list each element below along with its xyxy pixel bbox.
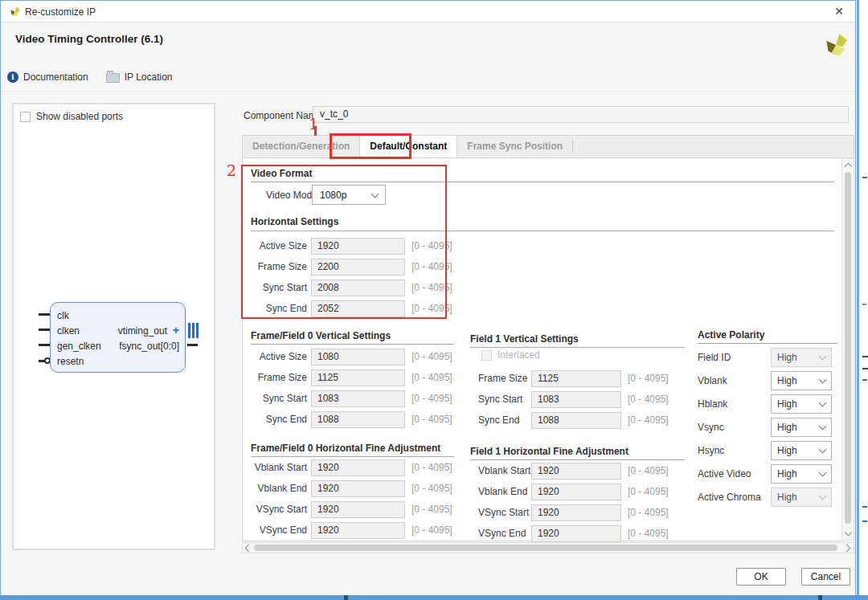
checkbox[interactable] — [20, 112, 31, 122]
field-label: VSync End — [470, 528, 531, 539]
range-hint: [0 - 4095] — [411, 483, 452, 494]
polarity-value: High — [777, 375, 797, 386]
polarity-row: Active VideoHigh — [698, 462, 832, 485]
show-disabled-ports[interactable]: Show disabled ports — [20, 111, 123, 122]
tab-divider — [572, 140, 573, 153]
field-input: 1920 — [531, 525, 621, 542]
field-input: 1920 — [531, 463, 621, 480]
range-hint: [0 - 4095] — [628, 528, 669, 539]
title-bar: Re-customize IP ✕ — [1, 1, 855, 22]
f0-vertical-rows: Active Size1080[0 - 4095]Frame Size1125[… — [251, 346, 452, 430]
ip-location-label: IP Location — [125, 71, 173, 83]
polarity-value: High — [777, 445, 797, 456]
chevron-down-icon — [819, 492, 827, 500]
field-label: Vblank End — [251, 483, 307, 494]
field-label: Vblank Start — [251, 462, 307, 473]
range-hint: [0 - 4095] — [411, 372, 452, 383]
vertical-scrollbar[interactable] — [841, 158, 854, 541]
polarity-label: Active Video — [698, 468, 765, 480]
polarity-value: High — [777, 468, 797, 480]
polarity-select[interactable]: High — [771, 441, 832, 460]
polarity-label: Vsync — [698, 422, 765, 433]
field-label: Sync Start — [470, 394, 531, 405]
field-label: VSync Start — [251, 504, 307, 515]
interlaced-label: Interlaced — [497, 349, 540, 361]
folder-icon — [106, 73, 120, 83]
polarity-label: Hsync — [698, 445, 765, 456]
port-clk: clk — [57, 309, 69, 322]
close-icon[interactable]: ✕ — [834, 5, 844, 18]
polarity-label: Field ID — [698, 352, 765, 363]
annotation-step2: 2 — [227, 161, 236, 179]
polarity-row: Field IDHigh — [698, 345, 832, 369]
polarity-row: Active ChromaHigh — [698, 485, 832, 508]
field-row: Sync End1088[0 - 4095] — [251, 409, 452, 430]
xilinx-logo — [822, 31, 850, 59]
ip-symbol-panel: Show disabled ports clk clken gen_clken … — [12, 103, 215, 550]
range-hint: [0 - 4095] — [628, 486, 669, 497]
chevron-down-icon — [819, 468, 827, 476]
interlaced-checkbox-row: Interlaced — [481, 349, 540, 361]
field-input: 1125 — [531, 370, 621, 387]
cancel-button[interactable]: Cancel — [801, 568, 850, 586]
annotation-step1: 1 — [309, 115, 318, 133]
polarity-select[interactable]: High — [771, 464, 832, 484]
background-window-edge — [857, 0, 868, 595]
field-label: Active Size — [251, 351, 307, 362]
background-artifact — [862, 368, 868, 369]
scroll-up-icon[interactable] — [845, 163, 853, 171]
ip-location-link[interactable]: IP Location — [106, 71, 173, 83]
vertical-scroll-thumb[interactable] — [845, 172, 851, 524]
annotation-box-tab — [330, 133, 411, 159]
polarity-row: HsyncHigh — [698, 439, 832, 462]
f1-vertical-title: Field 1 Vertical Settings — [470, 333, 579, 345]
field-label: VSync Start — [470, 507, 531, 518]
range-hint: [0 - 4095] — [628, 373, 669, 384]
port-stub-clk — [39, 313, 50, 316]
port-vtiming-out: vtiming_out — [118, 324, 167, 337]
range-hint: [0 - 4095] — [411, 524, 452, 536]
range-hint: [0 - 4095] — [628, 465, 669, 476]
xilinx-icon — [9, 6, 21, 18]
range-hint: [0 - 4095] — [411, 414, 452, 425]
polarity-select[interactable]: High — [771, 371, 832, 390]
ok-button[interactable]: OK — [736, 568, 786, 586]
port-resetn: resetn — [57, 355, 84, 368]
horizontal-scroll-thumb[interactable] — [254, 545, 837, 551]
expand-plus-icon[interactable]: + — [173, 324, 179, 337]
port-gen-clken: gen_clken — [57, 340, 101, 353]
tab-frame-sync-position[interactable]: Frame Sync Position — [457, 136, 572, 157]
f0-fine-title: Frame/Field 0 Horizontal Fine Adjustment — [251, 443, 440, 454]
field-label: Sync End — [251, 414, 307, 425]
horizontal-scrollbar[interactable] — [242, 542, 854, 553]
component-name-input[interactable]: v_tc_0 — [313, 106, 849, 123]
field-row: VSync Start1920[0 - 4095] — [251, 499, 452, 520]
field-row: Vblank End1920[0 - 4095] — [251, 478, 452, 499]
documentation-link[interactable]: i Documentation — [7, 71, 88, 83]
field-row: Sync End1088[0 - 4095] — [470, 410, 669, 431]
background-artifact — [862, 356, 868, 357]
polarity-value: High — [777, 352, 797, 363]
field-input: 1125 — [311, 369, 405, 386]
port-stub-fsync — [187, 344, 198, 346]
port-stub-clken — [39, 329, 50, 331]
polarity-row: VsyncHigh — [698, 415, 832, 439]
polarity-select[interactable]: High — [771, 418, 832, 437]
divider — [698, 343, 837, 344]
polarity-value: High — [777, 398, 797, 410]
scroll-down-icon[interactable] — [845, 529, 853, 537]
range-hint: [0 - 4095] — [411, 393, 452, 404]
chevron-down-icon — [819, 398, 827, 406]
polarity-select[interactable]: High — [771, 394, 832, 414]
f1-fine-title: Field 1 Horizontal Fine Adjustment — [470, 446, 628, 457]
scroll-right-icon[interactable] — [843, 545, 851, 553]
polarity-label: Hblank — [698, 398, 765, 410]
page-title: Video Timing Controller (6.1) — [15, 33, 163, 45]
active-polarity-rows: Field IDHighVblankHighHblankHighVsyncHig… — [698, 345, 832, 508]
field-row: VSync Start1920[0 - 4095] — [470, 502, 669, 523]
background-artifact — [862, 177, 867, 178]
field-label: VSync End — [251, 524, 307, 536]
background-artifact — [862, 506, 867, 508]
field-input: 1920 — [531, 504, 621, 521]
scroll-left-icon[interactable] — [245, 545, 253, 553]
